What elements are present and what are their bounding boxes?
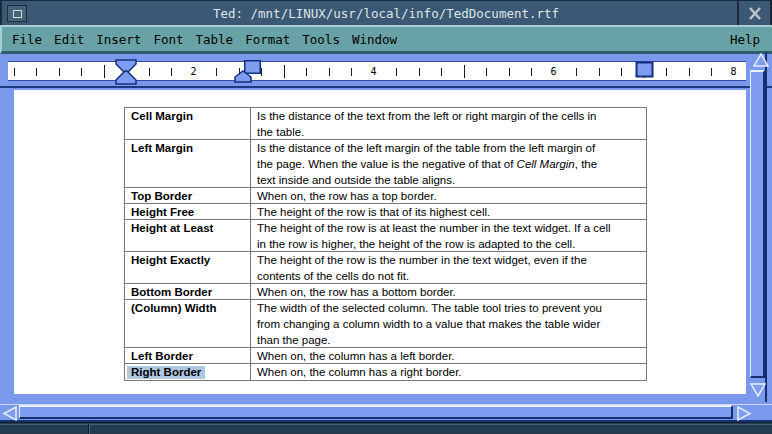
titlebar[interactable]: Ted: /mnt/LINUX/usr/local/info/TedDocume…	[0, 0, 772, 25]
description-line: When on, the row has a top border.	[257, 188, 646, 203]
down-arrow-icon[interactable]	[750, 382, 766, 397]
table-row-label-cell[interactable]: Height Free	[125, 204, 251, 219]
column-divider-marker[interactable]	[232, 59, 264, 85]
left-arrow-icon[interactable]	[2, 406, 18, 421]
description-line: than the page.	[257, 332, 646, 347]
menu-item-window[interactable]: Window	[352, 32, 397, 47]
table-row-label: Height Free	[131, 206, 194, 218]
menu-item-font[interactable]: Font	[153, 32, 183, 47]
menu-item-tools[interactable]: Tools	[302, 32, 340, 47]
description-line: When on, the row has a bottom border.	[257, 284, 646, 299]
menu-item-edit[interactable]: Edit	[54, 32, 84, 47]
table-row[interactable]: (Column) WidthThe width of the selected …	[125, 300, 646, 348]
ruler-tick	[36, 68, 37, 76]
ruler-tick	[14, 68, 15, 76]
ruler-tick	[59, 68, 60, 76]
description-text: The width of the selected column. The ta…	[257, 302, 602, 314]
document-view: Cell MarginIs the distance of the text f…	[0, 88, 772, 404]
table-row-label-cell[interactable]: Height at Least	[125, 220, 251, 251]
table-row[interactable]: Top BorderWhen on, the row has a top bor…	[125, 188, 646, 204]
table-row[interactable]: Right BorderWhen on, the column has a ri…	[125, 364, 646, 380]
frame-highlight	[0, 424, 772, 425]
table-row[interactable]: Left BorderWhen on, the column has a lef…	[125, 348, 646, 364]
table-row-label: Bottom Border	[131, 286, 212, 298]
description-line: The width of the selected column. The ta…	[257, 300, 646, 316]
description-text: the page. When the value is the negative…	[257, 158, 517, 170]
table-row-description-cell[interactable]: When on, the row has a top border.	[251, 188, 646, 203]
table-row-label-cell[interactable]: (Column) Width	[125, 300, 251, 347]
horizontal-scrollbar-thumb[interactable]	[19, 405, 733, 419]
description-line: Is the distance of the left margin of th…	[257, 140, 646, 156]
ruler-tick	[689, 68, 690, 76]
table-row-description-cell[interactable]: When on, the row has a bottom border.	[251, 284, 646, 299]
ruler-tick	[599, 68, 600, 76]
vertical-scrollbar-thumb[interactable]	[750, 70, 765, 378]
table-row[interactable]: Left MarginIs the distance of the left m…	[125, 140, 646, 188]
description-text: The height of the row is the number in t…	[257, 254, 587, 266]
window-bottom-frame	[0, 422, 772, 434]
table-row[interactable]: Height FreeThe height of the row is that…	[125, 204, 646, 220]
table-row-label-cell[interactable]: Bottom Border	[125, 284, 251, 299]
description-line: from changing a column width to a value …	[257, 316, 646, 332]
titlebar-divider	[737, 1, 739, 26]
table-row[interactable]: Height ExactlyThe height of the row is t…	[125, 252, 646, 284]
table-row-description-cell[interactable]: When on, the column has a right border.	[251, 364, 646, 380]
description-text: than the page.	[257, 334, 331, 346]
menu-item-file[interactable]: File	[12, 32, 42, 47]
document-page[interactable]: Cell MarginIs the distance of the text f…	[14, 90, 746, 394]
table-row[interactable]: Height at LeastThe height of the row is …	[125, 220, 646, 252]
ruler-tick	[486, 68, 487, 76]
menu-item-format[interactable]: Format	[245, 32, 290, 47]
table-row[interactable]: Cell MarginIs the distance of the text f…	[125, 108, 646, 140]
table-row-label-cell[interactable]: Left Margin	[125, 140, 251, 187]
table-row-label-cell[interactable]: Height Exactly	[125, 252, 251, 283]
table-row-label: Height at Least	[131, 222, 213, 234]
description-text: Is the distance of the text from the lef…	[257, 110, 596, 122]
right-arrow-icon[interactable]	[736, 406, 752, 421]
table-row-label: Height Exactly	[131, 254, 210, 266]
frame-notch	[89, 423, 90, 434]
close-icon	[745, 5, 765, 22]
right-margin-marker[interactable]	[635, 61, 655, 79]
description-text: from changing a column width to a value …	[257, 318, 600, 330]
close-button[interactable]	[745, 5, 765, 22]
table-row-description-cell[interactable]: The height of the row is at least the nu…	[251, 220, 646, 251]
ruler-tick	[351, 68, 352, 76]
table-row-description-cell[interactable]: When on, the column has a left border.	[251, 348, 646, 363]
table-row-description-cell[interactable]: The height of the row is that of its hig…	[251, 204, 646, 219]
table-row-description-cell[interactable]: The width of the selected column. The ta…	[251, 300, 646, 347]
description-line: The height of the row is the number in t…	[257, 252, 646, 268]
table-row-description-cell[interactable]: The height of the row is the number in t…	[251, 252, 646, 283]
description-text: The height of the row is at least the nu…	[257, 222, 611, 234]
ruler-tick	[329, 68, 330, 76]
description-text: Is the distance of the left margin of th…	[257, 142, 595, 154]
ruler-tick	[81, 68, 82, 76]
menu-item-help[interactable]: Help	[730, 32, 772, 47]
indent-marker[interactable]	[114, 59, 138, 85]
description-text: the table.	[257, 126, 304, 138]
description-line: When on, the column has a right border.	[257, 364, 646, 380]
description-text: in the row is higher, the height of the …	[257, 238, 575, 250]
menu-item-insert[interactable]: Insert	[96, 32, 141, 47]
description-line: in the row is higher, the height of the …	[257, 236, 646, 251]
table-row-label-cell[interactable]: Top Border	[125, 188, 251, 203]
table-row-description-cell[interactable]: Is the distance of the left margin of th…	[251, 140, 646, 187]
table-row-label-cell[interactable]: Right Border	[125, 364, 251, 380]
vertical-scrollbar-bevel	[765, 52, 767, 402]
menu-item-table[interactable]: Table	[195, 32, 233, 47]
table-row-description-cell[interactable]: Is the distance of the text from the lef…	[251, 108, 646, 139]
table-row-label: (Column) Width	[131, 302, 216, 314]
up-arrow-icon[interactable]	[753, 53, 769, 68]
document-table: Cell MarginIs the distance of the text f…	[124, 107, 647, 381]
ruler-tick	[531, 68, 532, 76]
description-line: The height of the row is at least the nu…	[257, 220, 646, 236]
description-text: , the	[575, 158, 597, 170]
menu-bar: FileEditInsertFontTableFormatToolsWindow…	[0, 25, 772, 54]
table-row-label-cell[interactable]: Left Border	[125, 348, 251, 363]
description-text: When on, the column has a left border.	[257, 350, 455, 362]
table-row[interactable]: Bottom BorderWhen on, the row has a bott…	[125, 284, 646, 300]
ruler-tick	[711, 68, 712, 76]
ruler-tick	[104, 65, 105, 78]
ruler-tick	[396, 68, 397, 76]
table-row-label-cell[interactable]: Cell Margin	[125, 108, 251, 139]
